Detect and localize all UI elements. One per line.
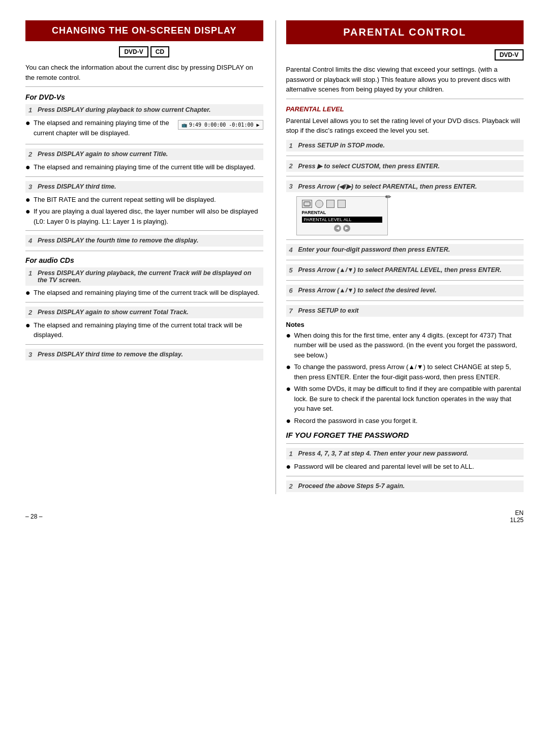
audio-bullet-dot-2: ● (25, 320, 34, 330)
format-badges: DVD-V CD (25, 46, 263, 57)
divider-2 (25, 176, 263, 177)
divider-1 (25, 144, 263, 144)
parental-step-4-row: 4 Enter your four-digit password then pr… (286, 244, 524, 256)
forget-step-2-num: 2 (289, 482, 298, 490)
parental-step-7-num: 7 (289, 307, 298, 315)
note-dot-3: ● (286, 384, 294, 394)
audio-step-1-text: Press DISPLAY during playback, the curre… (38, 269, 260, 284)
note-3-text: With some DVDs, it may be difficult to f… (294, 384, 524, 414)
forget-step-1-num: 1 (289, 450, 298, 458)
notes-section: Notes ● When doing this for the first ti… (286, 321, 524, 426)
diagram-nav-1: ◀ (334, 225, 341, 232)
parental-step-1-text: Press SETUP in STOP mode. (298, 142, 521, 149)
audio-step-3-num: 3 (28, 351, 38, 358)
dvd-step-1-content: ● The elapsed and remaining playing time… (25, 118, 263, 140)
parental-step-7-row: 7 Press SETUP to exit (286, 305, 524, 317)
p-divider-2 (286, 176, 524, 176)
bullet-dot-3: ● (25, 195, 34, 204)
dvd-step-2-text: Press DISPLAY again to show current Titl… (38, 150, 260, 158)
p-divider-4 (286, 260, 524, 260)
forget-step-1-text: Press 4, 7, 3, 7 at step 4. Then enter y… (298, 450, 521, 457)
parental-step-6-text: Press Arrow (▲/▼) to select the desired … (298, 287, 521, 294)
p-divider-3 (286, 239, 524, 240)
audio-step-3-row: 3 Press DISPLAY third time to remove the… (25, 349, 263, 360)
dvd-v-badge-right: DVD-V (495, 49, 524, 61)
parental-step-4-num: 4 (289, 246, 298, 254)
forget-bullet-dot-1: ● (286, 462, 294, 471)
diagram-icon-4 (338, 200, 346, 208)
divider-6 (25, 344, 263, 345)
right-section-header: PARENTAL CONTROL (286, 20, 524, 44)
parental-diagram-wrapper: ✏ PARENTAL PARENTAL LEVEL ALL ◀ ▶ (296, 196, 524, 235)
dvd-bullet-1-block: ● The elapsed and remaining playing time… (25, 118, 173, 140)
dvd-bullet-2-text: The elapsed and remaining playing time o… (34, 162, 263, 172)
dvd-step-4-num: 4 (28, 237, 38, 245)
page-number: – 28 – (25, 513, 42, 520)
diagram-parental-label: PARENTAL (302, 210, 382, 215)
diagram-icon-2 (315, 200, 323, 208)
divider-4 (25, 251, 263, 251)
parental-step-1-row: 1 Press SETUP in STOP mode. (286, 140, 524, 152)
note-3: ● With some DVDs, it may be difficult to… (286, 384, 524, 414)
note-1-text: When doing this for the first time, ente… (294, 330, 524, 360)
page-footer: – 28 – EN 1L25 (25, 509, 524, 524)
p-divider-6 (286, 300, 524, 301)
footer-code: 1L25 (510, 517, 524, 524)
footer-right: EN 1L25 (510, 509, 524, 524)
dvd-step-3-num: 3 (28, 183, 38, 191)
dvd-bullet-1-text: The elapsed and remaining playing time o… (34, 118, 173, 138)
diagram-icon-3 (326, 200, 334, 208)
note-2: ● To change the password, press Arrow (▲… (286, 362, 524, 382)
parental-step-6-row: 6 Press Arrow (▲/▼) to select the desire… (286, 285, 524, 296)
dvd-bullet-3-text: The BIT RATE and the current repeat sett… (34, 195, 263, 205)
parental-step-6-num: 6 (289, 287, 298, 294)
parental-step-2-num: 2 (289, 162, 298, 170)
audio-bullet-2: ● The elapsed and remaining playing time… (25, 320, 263, 340)
dvd-step-4-text: Press DISPLAY the fourth time to remove … (38, 237, 260, 244)
parental-step-5-row: 5 Press Arrow (▲/▼) to select PARENTAL L… (286, 264, 524, 276)
footer-lang: EN (510, 509, 524, 517)
parental-step-2-text: Press ▶ to select CUSTOM, then press ENT… (298, 162, 521, 170)
dvd-bullet-1: ● The elapsed and remaining playing time… (25, 118, 173, 138)
left-section-header: CHANGING THE ON-SCREEN DISPLAY (25, 20, 263, 41)
diagram-icon-1 (302, 200, 312, 208)
diagram-icons-row (302, 200, 382, 208)
parental-level-desc: Parental Level allows you to set the rat… (286, 116, 524, 136)
right-column: PARENTAL CONTROL DVD-V Parental Control … (276, 20, 524, 494)
parental-step-3-num: 3 (289, 183, 298, 190)
dvd-bullet-3: ● The BIT RATE and the current repeat se… (25, 195, 263, 205)
audio-step-1-row: 1 Press DISPLAY during playback, the cur… (25, 267, 263, 286)
audio-step-2-text: Press DISPLAY again to show current Tota… (38, 309, 260, 316)
dvd-step-4-row: 4 Press DISPLAY the fourth time to remov… (25, 235, 263, 247)
dvd-section-title: For DVD-Vs (25, 93, 263, 101)
parental-step-3-text: Press Arrow (◀/▶) to select PARENTAL, th… (298, 183, 521, 190)
dvd-v-badge: DVD-V (119, 46, 148, 57)
note-4: ● Record the password in case you forget… (286, 416, 524, 426)
parental-step-4-text: Enter your four-digit password then pres… (298, 246, 521, 253)
divider-5 (25, 302, 263, 303)
dvd-step-1-row: 1 Press DISPLAY during playback to show … (25, 104, 263, 116)
audio-bullet-1-text: The elapsed and remaining playing time o… (34, 288, 263, 298)
dvd-bullet-4: ● If you are playing a dual layered disc… (25, 206, 263, 226)
note-dot-2: ● (286, 362, 294, 372)
parental-step-7-text: Press SETUP to exit (298, 307, 521, 314)
forget-divider-2 (286, 476, 524, 476)
note-4-text: Record the password in case you forget i… (294, 416, 524, 426)
bullet-dot-4: ● (25, 206, 34, 216)
audio-bullet-1: ● The elapsed and remaining playing time… (25, 288, 263, 298)
dvd-step-3-row: 3 Press DISPLAY third time. (25, 181, 263, 193)
parental-step-2-row: 2 Press ▶ to select CUSTOM, then press E… (286, 160, 524, 172)
bullet-dot-1: ● (25, 118, 34, 128)
parental-level-title: PARENTAL LEVEL (286, 105, 524, 113)
audio-step-2-num: 2 (28, 309, 38, 316)
svg-rect-0 (304, 202, 310, 206)
diagram-nav-icons: ◀ ▶ (302, 225, 382, 232)
forget-bullet-1: ● Password will be cleared and parental … (286, 462, 524, 472)
forget-step-2-row: 2 Proceed the above Steps 5-7 again. (286, 480, 524, 492)
pencil-icon: ✏ (385, 193, 391, 201)
audio-step-3-text: Press DISPLAY third time to remove the d… (38, 351, 260, 358)
divider-3 (25, 230, 263, 231)
right-intro: Parental Control limits the disc viewing… (286, 65, 524, 99)
cd-badge: CD (150, 46, 169, 57)
bullet-dot-2: ● (25, 162, 34, 172)
